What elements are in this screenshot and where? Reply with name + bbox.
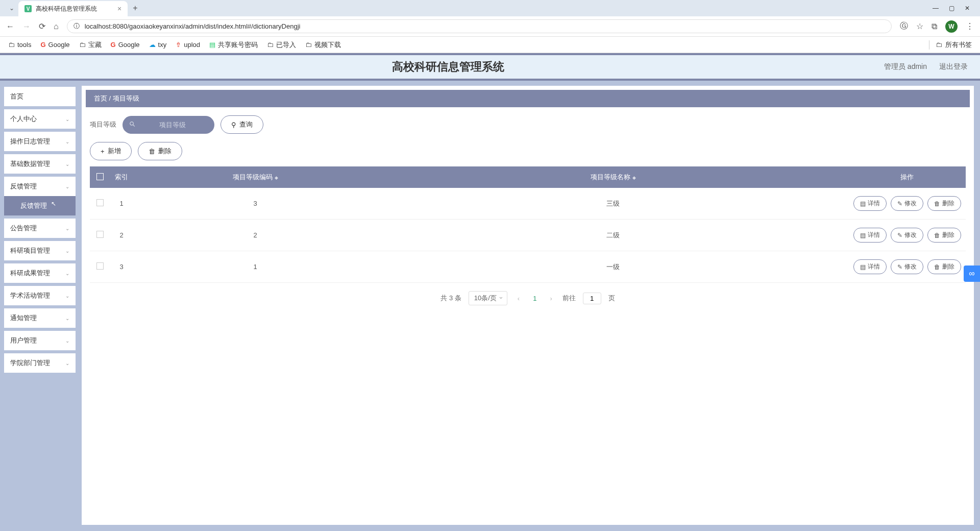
forward-button[interactable]: → — [22, 22, 31, 31]
chevron-down-icon: ⌄ — [65, 161, 69, 167]
select-all-checkbox[interactable] — [96, 173, 104, 180]
cell-name: 三级 — [378, 188, 848, 220]
row-checkbox[interactable] — [96, 231, 104, 238]
col-code[interactable]: 项目等级编码◆ — [133, 166, 378, 188]
menu-icon[interactable]: ⋮ — [966, 21, 974, 31]
cell-name: 二级 — [378, 220, 848, 251]
site-info-icon[interactable]: ⓘ — [74, 22, 80, 31]
sidebar-item-oplog[interactable]: 操作日志管理⌄ — [4, 132, 76, 151]
bookmark-txy[interactable]: ☁txy — [149, 41, 167, 49]
bookmark-shared[interactable]: ▤共享账号密码 — [209, 40, 258, 50]
new-tab-button[interactable]: + — [133, 4, 137, 13]
bookmark-tools[interactable]: tools — [8, 41, 31, 49]
detail-icon: ▤ — [860, 200, 866, 207]
app-title: 高校科研信息管理系统 — [12, 59, 884, 75]
close-window-button[interactable]: ✕ — [965, 5, 970, 12]
sidebar-item-users[interactable]: 用户管理⌄ — [4, 331, 76, 350]
sort-icon: ◆ — [632, 175, 636, 180]
sidebar-item-basedata[interactable]: 基础数据管理⌄ — [4, 154, 76, 174]
bookmark-imported[interactable]: 已导入 — [267, 40, 296, 50]
bookmark-bar: tools GGoogle 宝藏 GGoogle ☁txy ⇮uplod ▤共享… — [0, 37, 980, 53]
back-button[interactable]: ← — [6, 22, 14, 31]
sidebar-item-profile[interactable]: 个人中心⌄ — [4, 109, 76, 129]
tab-list-dropdown[interactable]: ⌄ — [5, 5, 18, 12]
bookmark-video[interactable]: 视频下载 — [305, 40, 341, 50]
app-body: 首页 个人中心⌄ 操作日志管理⌄ 基础数据管理⌄ 反馈管理⌄ 反馈管理↖ 公告管… — [0, 81, 980, 531]
table-row: 22二级▤详情✎修改🗑删除 — [90, 220, 966, 251]
action-row: +新增 🗑删除 — [82, 142, 974, 166]
search-label: 项目等级 — [90, 120, 116, 129]
cell-code: 2 — [133, 220, 378, 251]
sidebar-subitem-feedback[interactable]: 反馈管理↖ — [4, 196, 76, 215]
pagination: 共 3 条 10条/页 ‹ 1 › 前往 页 — [82, 283, 974, 313]
edit-button[interactable]: ✎修改 — [891, 259, 923, 274]
address-bar[interactable]: ⓘ localhost:8080/gaoxiaokeyanxinxi/admin… — [67, 19, 892, 33]
row-delete-button[interactable]: 🗑删除 — [927, 259, 961, 274]
cell-code: 3 — [133, 188, 378, 220]
sidebar-item-project[interactable]: 科研项目管理⌄ — [4, 241, 76, 260]
window-controls: — ▢ ✕ — [933, 5, 980, 12]
row-delete-button[interactable]: 🗑删除 — [927, 228, 961, 243]
bookmark-baozang[interactable]: 宝藏 — [79, 40, 102, 50]
sidebar-item-announce[interactable]: 公告管理⌄ — [4, 219, 76, 238]
search-button[interactable]: ⚲查询 — [220, 115, 263, 134]
bookmark-google2[interactable]: GGoogle — [111, 41, 140, 49]
url-text: localhost:8080/gaoxiaokeyanxinxi/admin/d… — [85, 22, 301, 30]
close-tab-icon[interactable]: × — [117, 5, 121, 13]
breadcrumb-current: 项目等级 — [113, 94, 139, 102]
delete-button[interactable]: 🗑删除 — [138, 142, 182, 160]
nav-bar: ← → ⟳ ⌂ ⓘ localhost:8080/gaoxiaokeyanxin… — [0, 16, 980, 37]
content-panel: 首页 / 项目等级 项目等级 ⚲查询 +新增 🗑删除 索引 项目等级编码 — [82, 86, 974, 525]
prev-page[interactable]: ‹ — [514, 295, 523, 302]
sidebar-item-feedback[interactable]: 反馈管理⌄ — [4, 177, 76, 196]
page-size-select[interactable]: 10条/页 — [469, 291, 507, 305]
sidebar-item-college[interactable]: 学院部门管理⌄ — [4, 353, 76, 373]
page-number[interactable]: 1 — [530, 295, 540, 302]
next-page[interactable]: › — [547, 295, 555, 302]
search-input[interactable] — [122, 116, 214, 134]
edit-button[interactable]: ✎修改 — [891, 228, 923, 243]
browser-chrome: ⌄ V 高校科研信息管理系统 × + — ▢ ✕ ← → ⟳ ⌂ ⓘ local… — [0, 0, 980, 53]
home-button[interactable]: ⌂ — [54, 22, 59, 31]
add-button[interactable]: +新增 — [90, 142, 132, 160]
extensions-icon[interactable]: ⧉ — [932, 22, 937, 31]
bookmark-uplod[interactable]: ⇮uplod — [176, 41, 200, 49]
logout-link[interactable]: 退出登录 — [939, 62, 968, 71]
floating-share-button[interactable]: ∞ — [964, 266, 980, 282]
row-delete-button[interactable]: 🗑删除 — [927, 196, 961, 211]
detail-button[interactable]: ▤详情 — [853, 259, 887, 274]
profile-avatar[interactable]: W — [945, 20, 958, 33]
col-checkbox — [90, 166, 110, 188]
browser-tab[interactable]: V 高校科研信息管理系统 × — [18, 1, 128, 16]
sidebar-item-academic[interactable]: 学术活动管理⌄ — [4, 286, 76, 305]
row-checkbox[interactable] — [96, 199, 104, 206]
chevron-down-icon: ⌄ — [65, 116, 69, 122]
col-name[interactable]: 项目等级名称◆ — [378, 166, 848, 188]
all-bookmarks[interactable]: 所有书签 — [929, 40, 972, 50]
row-checkbox[interactable] — [96, 262, 104, 270]
detail-button[interactable]: ▤详情 — [853, 228, 887, 243]
search-toolbar: 项目等级 ⚲查询 — [82, 115, 974, 142]
tab-title: 高校科研信息管理系统 — [36, 5, 97, 13]
edit-icon: ✎ — [897, 200, 902, 207]
translate-icon[interactable]: Ⓖ — [900, 21, 908, 32]
trash-icon: 🗑 — [934, 200, 940, 207]
maximize-button[interactable]: ▢ — [949, 5, 954, 12]
detail-button[interactable]: ▤详情 — [853, 196, 887, 211]
minimize-button[interactable]: — — [933, 5, 939, 12]
goto-input[interactable] — [583, 293, 601, 304]
edit-button[interactable]: ✎修改 — [891, 196, 923, 211]
breadcrumb-home[interactable]: 首页 — [94, 94, 107, 102]
data-table: 索引 项目等级编码◆ 项目等级名称◆ 操作 13三级▤详情✎修改🗑删除22二级▤… — [90, 166, 966, 283]
sidebar-item-result[interactable]: 科研成果管理⌄ — [4, 263, 76, 283]
bookmark-star-icon[interactable]: ☆ — [916, 21, 923, 31]
reload-button[interactable]: ⟳ — [39, 21, 45, 31]
sidebar-item-home[interactable]: 首页 — [4, 87, 76, 106]
goto-label: 前往 — [562, 294, 576, 303]
chevron-down-icon: ⌄ — [65, 271, 69, 276]
chevron-down-icon: ⌄ — [65, 316, 69, 321]
bookmark-google[interactable]: GGoogle — [40, 41, 69, 49]
chevron-down-icon: ⌄ — [65, 248, 69, 254]
trash-icon: 🗑 — [149, 148, 155, 155]
sidebar-item-notice[interactable]: 通知管理⌄ — [4, 308, 76, 328]
